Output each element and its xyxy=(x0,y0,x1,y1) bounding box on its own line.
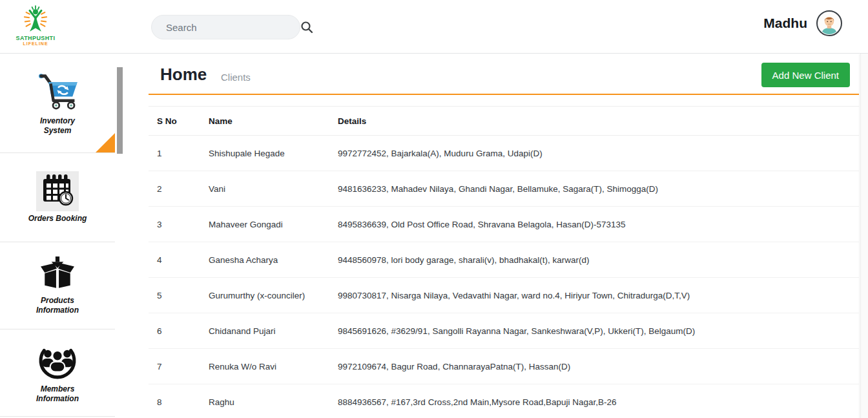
search-input[interactable] xyxy=(152,22,300,33)
cell-sno: 3 xyxy=(149,207,200,242)
brand-tagline: LIFELINE xyxy=(13,41,58,46)
table-row[interactable]: 5 Gurumurthy (x-counciler) 9980730817, N… xyxy=(149,278,859,313)
search-bar xyxy=(151,15,300,39)
cell-sno: 8 xyxy=(149,384,200,418)
cell-details: 9972109674, Bagur Road, ChannarayaPatna(… xyxy=(329,349,859,384)
table-row[interactable]: 8 Raghu 8884936567, #167,3rd Cross,2nd M… xyxy=(149,384,859,418)
brand-logo[interactable]: SATHPUSHTI LIFELINE xyxy=(13,4,58,46)
breadcrumb: Clients xyxy=(221,72,251,83)
content-header: Home Clients Add New Client xyxy=(149,54,859,95)
main-content: Home Clients Add New Client S No Name De… xyxy=(149,54,860,418)
search-icon[interactable] xyxy=(300,20,314,34)
sidebar-item-inventory-system[interactable]: Inventory System xyxy=(0,54,115,153)
cell-sno: 2 xyxy=(149,171,200,207)
table-row[interactable]: 7 Renuka W/o Ravi 9972109674, Bagur Road… xyxy=(149,349,859,384)
cell-details: 9481636233, Mahadev Nilaya, Ghandi Nagar… xyxy=(329,171,859,207)
cell-name: Shishupale Hegade xyxy=(200,136,329,171)
table-header-row: S No Name Details xyxy=(149,107,859,136)
sidebar-item-label: Products Information xyxy=(25,296,90,315)
cell-name: Gurumurthy (x-counciler) xyxy=(200,278,329,313)
column-header-sno: S No xyxy=(149,107,200,136)
column-header-name: Name xyxy=(200,107,329,136)
products-box-icon xyxy=(36,256,79,293)
cell-details: 9845691626, #3629/91, Sangolli Rayanna N… xyxy=(329,313,859,349)
cell-details: 8495836639, Old Post Office Road, Shrava… xyxy=(329,207,859,242)
sidebar: Inventory System Orders Booking xyxy=(0,54,115,418)
sathpushti-logo-icon xyxy=(18,25,53,36)
table-row[interactable]: 2 Vani 9481636233, Mahadev Nilaya, Ghand… xyxy=(149,171,859,207)
table-row[interactable]: 1 Shishupale Hegade 9972772452, Bajarkal… xyxy=(149,136,859,171)
cell-sno: 5 xyxy=(149,278,200,313)
active-indicator-triangle xyxy=(96,133,115,152)
cell-sno: 7 xyxy=(149,349,200,384)
page-title: Home xyxy=(160,65,207,85)
members-people-icon xyxy=(36,342,79,382)
sidebar-item-members-information[interactable]: Members Information xyxy=(0,329,115,417)
sidebar-item-label: Orders Booking xyxy=(25,214,90,224)
cell-sno: 6 xyxy=(149,313,200,349)
cell-name: Chidanand Pujari xyxy=(200,313,329,349)
user-name: Madhu xyxy=(763,16,807,31)
inventory-cart-icon xyxy=(34,71,81,114)
add-new-client-button[interactable]: Add New Client xyxy=(761,63,850,87)
cell-sno: 4 xyxy=(149,242,200,278)
cell-name: Mahaveer Gongadi xyxy=(200,207,329,242)
page-scrollbar[interactable] xyxy=(860,0,868,418)
cell-details: 9448560978, lori body garage, sharali(v)… xyxy=(329,242,859,278)
cell-details: 9972772452, Bajarkala(A), Muduru Grama, … xyxy=(329,136,859,171)
column-header-details: Details xyxy=(329,107,859,136)
table-row[interactable]: 6 Chidanand Pujari 9845691626, #3629/91,… xyxy=(149,313,859,349)
brand-name: SATHPUSHTI xyxy=(13,35,58,41)
cell-sno: 1 xyxy=(149,136,200,171)
table-row[interactable]: 3 Mahaveer Gongadi 8495836639, Old Post … xyxy=(149,207,859,242)
cell-name: Renuka W/o Ravi xyxy=(200,349,329,384)
sidebar-item-label: Inventory System xyxy=(25,116,90,136)
cell-details: 9980730817, Nisarga Nilaya, Vedavathi Na… xyxy=(329,278,859,313)
sidebar-scrollbar-thumb[interactable] xyxy=(117,67,123,154)
clients-table: S No Name Details 1 Shishupale Hegade 99… xyxy=(149,106,859,418)
cell-details: 8884936567, #167,3rd Cross,2nd Main,Myso… xyxy=(329,384,859,418)
orders-calendar-icon xyxy=(36,171,79,211)
user-menu[interactable]: Madhu xyxy=(763,10,842,36)
sidebar-item-products-information[interactable]: Products Information xyxy=(0,242,115,329)
cell-name: Ganesha Acharya xyxy=(200,242,329,278)
sidebar-item-label: Members Information xyxy=(25,384,90,404)
user-avatar[interactable] xyxy=(816,10,842,36)
cell-name: Vani xyxy=(200,171,329,207)
cell-name: Raghu xyxy=(200,384,329,418)
table-row[interactable]: 4 Ganesha Acharya 9448560978, lori body … xyxy=(149,242,859,278)
top-bar: SATHPUSHTI LIFELINE Madhu xyxy=(0,0,868,54)
sidebar-item-orders-booking[interactable]: Orders Booking xyxy=(0,153,115,242)
